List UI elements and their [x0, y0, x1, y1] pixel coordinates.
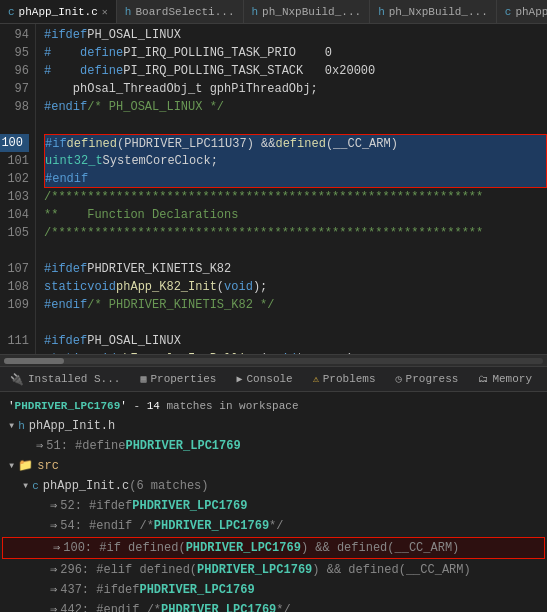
- match-line-442: 442: #endif /*: [60, 601, 161, 612]
- code-editor: 94 95 96 97 98 100 101 102 103 104 105 1…: [0, 24, 547, 354]
- code-text-area[interactable]: #ifdef PH_OSAL_LINUX # define PI_IRQ_POL…: [36, 24, 547, 354]
- code-line-105: /***************************************…: [44, 224, 547, 242]
- problems-icon: ⚠: [313, 373, 319, 385]
- code-line-103: /***************************************…: [44, 188, 547, 206]
- installed-software-icon: 🔌: [10, 373, 24, 386]
- match-line-54: 54: #endif /*: [60, 517, 154, 535]
- search-results-panel: 'PHDRIVER_LPC1769' - 14 matches in works…: [0, 392, 547, 612]
- result-arrow-296: ⇒: [50, 561, 57, 579]
- match-count-c: (6 matches): [129, 477, 208, 495]
- match-highlight-100: PHDRIVER_LPC1769: [186, 539, 301, 557]
- search-header: 'PHDRIVER_LPC1769' - 14 matches in works…: [0, 398, 547, 416]
- match-h-51[interactable]: ⇒ 51: #define PHDRIVER_LPC1769: [0, 436, 547, 456]
- tab-file-icon: c: [8, 6, 15, 18]
- result-arrow-100: ⇒: [53, 539, 60, 557]
- scrollbar-thumb[interactable]: [4, 358, 64, 364]
- code-line-94: #ifdef PH_OSAL_LINUX: [44, 26, 547, 44]
- tab-label: ph_NxpBuild_...: [389, 6, 488, 18]
- match-highlight-442: PHDRIVER_LPC1769: [161, 601, 276, 612]
- file-header-phapp-init-c[interactable]: ▾ c phApp_Init.c (6 matches): [0, 476, 547, 496]
- tab-properties-label: Properties: [150, 373, 216, 385]
- tab-installed-software[interactable]: 🔌 Installed S...: [0, 366, 130, 392]
- folder-icon: 📁: [18, 457, 33, 475]
- search-query: 'PHDRIVER_LPC1769': [8, 400, 127, 412]
- code-line-95: # define PI_IRQ_POLLING_TASK_PRIO 0: [44, 44, 547, 62]
- file-icon-c: c: [32, 477, 39, 495]
- match-highlight-51: PHDRIVER_LPC1769: [125, 437, 240, 455]
- scrollbar-track[interactable]: [4, 358, 543, 364]
- match-c-52[interactable]: ⇒ 52: #ifdef PHDRIVER_LPC1769: [0, 496, 547, 516]
- match-c-296[interactable]: ⇒ 296: #elif defined(PHDRIVER_LPC1769) &…: [0, 560, 547, 580]
- tab-progress-label: Progress: [406, 373, 459, 385]
- file-header-phapp-init-h[interactable]: ▾ h phApp_Init.h: [0, 416, 547, 436]
- match-c-54[interactable]: ⇒ 54: #endif /* PHDRIVER_LPC1769 */: [0, 516, 547, 536]
- tab-installed-label: Installed S...: [28, 373, 120, 385]
- match-highlight-54: PHDRIVER_LPC1769: [154, 517, 269, 535]
- tab-label: ph_NxpBuild_...: [262, 6, 361, 18]
- code-line-101: uint32_t SystemCoreClock;: [44, 152, 547, 170]
- tab-instructions[interactable]: 📝 Instruct...: [542, 366, 547, 392]
- match-line-100: 100: #if defined(: [63, 539, 185, 557]
- match-line-437: 437: #ifdef: [60, 581, 139, 599]
- tab-boardselection[interactable]: h BoardSelecti...: [117, 0, 244, 24]
- line-number-gutter: 94 95 96 97 98 100 101 102 103 104 105 1…: [0, 24, 36, 354]
- code-line-107: #ifdef PHDRIVER_KINETIS_K82: [44, 260, 547, 278]
- folder-src[interactable]: ▾ 📁 src: [0, 456, 547, 476]
- tab-phapp-init2[interactable]: c phApp_I...: [497, 0, 547, 24]
- tab-file-icon: c: [505, 6, 512, 18]
- tab-problems-label: Problems: [323, 373, 376, 385]
- match-highlight-52: PHDRIVER_LPC1769: [132, 497, 247, 515]
- tab-file-icon: h: [252, 6, 259, 18]
- tab-nxpbuild1[interactable]: h ph_NxpBuild_...: [244, 0, 371, 24]
- code-line-111: #ifdef PH_OSAL_LINUX: [44, 332, 547, 350]
- match-c-442[interactable]: ⇒ 442: #endif /* PHDRIVER_LPC1769 */: [0, 600, 547, 612]
- code-line-98: #endif /* PH_OSAL_LINUX */: [44, 98, 547, 116]
- match-c-437[interactable]: ⇒ 437: #ifdef PHDRIVER_LPC1769: [0, 580, 547, 600]
- tab-properties[interactable]: ▦ Properties: [130, 366, 226, 392]
- result-arrow-437: ⇒: [50, 581, 57, 599]
- code-line-106: [44, 242, 547, 260]
- tab-label: phApp_I...: [515, 6, 547, 18]
- code-line-109: #endif /* PHDRIVER_KINETIS_K82 */: [44, 296, 547, 314]
- tab-progress[interactable]: ◷ Progress: [386, 366, 469, 392]
- code-line-112: static void phExample_IrqPolling(void* p…: [44, 350, 547, 354]
- code-line-108: static void phApp_K82_Init(void);: [44, 278, 547, 296]
- collapse-arrow: ▾: [8, 417, 15, 435]
- tab-nxpbuild2[interactable]: h ph_NxpBuild_...: [370, 0, 497, 24]
- code-line-110: [44, 314, 547, 332]
- tab-label: phApp_Init.c: [19, 6, 98, 18]
- file-arrow: ▾: [22, 477, 29, 495]
- console-icon: ▶: [236, 373, 242, 385]
- code-line-99: [44, 116, 547, 134]
- tab-close-icon[interactable]: ✕: [102, 6, 108, 18]
- file-icon-h: h: [18, 417, 25, 435]
- file-name-c: phApp_Init.c: [43, 477, 129, 495]
- tab-phapp-init[interactable]: c phApp_Init.c ✕: [0, 0, 117, 24]
- code-line-97: phOsal_ThreadObj_t gphPiThreadObj;: [44, 80, 547, 98]
- result-arrow: ⇒: [36, 437, 43, 455]
- match-count-label: -: [133, 400, 146, 412]
- result-arrow-52: ⇒: [50, 497, 57, 515]
- horizontal-scrollbar[interactable]: [0, 354, 547, 366]
- file-name-h: phApp_Init.h: [29, 417, 115, 435]
- result-arrow-54: ⇒: [50, 517, 57, 535]
- folder-arrow: ▾: [8, 457, 15, 475]
- properties-icon: ▦: [140, 373, 146, 385]
- tab-file-icon: h: [378, 6, 385, 18]
- code-line-96: # define PI_IRQ_POLLING_TASK_STACK 0x200…: [44, 62, 547, 80]
- match-line-296: 296: #elif defined(: [60, 561, 197, 579]
- folder-name: src: [37, 457, 59, 475]
- match-count-num: 14: [147, 400, 160, 412]
- tab-console-label: Console: [247, 373, 293, 385]
- workspace-label: matches in workspace: [166, 400, 298, 412]
- tab-problems[interactable]: ⚠ Problems: [303, 366, 386, 392]
- match-line-52: 52: #ifdef: [60, 497, 132, 515]
- match-highlight-296: PHDRIVER_LPC1769: [197, 561, 312, 579]
- tab-console[interactable]: ▶ Console: [226, 366, 302, 392]
- bottom-tab-bar: 🔌 Installed S... ▦ Properties ▶ Console …: [0, 366, 547, 392]
- match-c-100[interactable]: ⇒ 100: #if defined(PHDRIVER_LPC1769) && …: [2, 537, 545, 559]
- code-line-100: #if defined(PHDRIVER_LPC11U37) && define…: [44, 134, 547, 152]
- tab-label: BoardSelecti...: [135, 6, 234, 18]
- memory-icon: 🗂: [478, 373, 488, 385]
- tab-memory[interactable]: 🗂 Memory: [468, 366, 542, 392]
